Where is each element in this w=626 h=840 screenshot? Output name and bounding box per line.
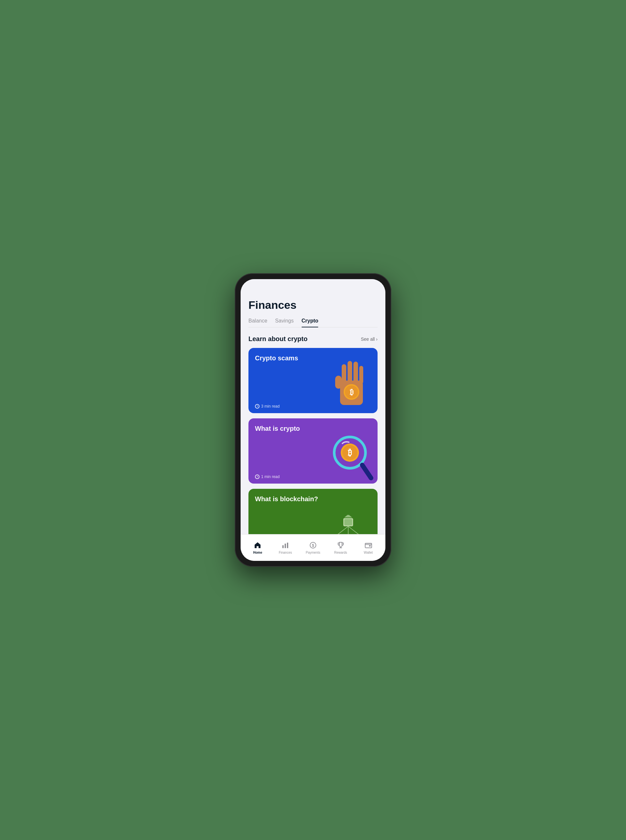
bottom-navigation: Home Finances $ <box>241 534 385 561</box>
svg-rect-5 <box>335 375 342 389</box>
svg-text:$: $ <box>312 543 314 548</box>
cards-container: Crypto scams <box>241 348 385 534</box>
nav-item-rewards[interactable]: Rewards <box>331 541 351 554</box>
content-area: Finances Balance Savings Crypto Learn ab <box>241 294 385 534</box>
section-title: Learn about crypto <box>249 335 307 343</box>
svg-rect-4 <box>359 366 363 384</box>
svg-rect-2 <box>347 361 352 383</box>
card-read-time-1: 3 min read <box>255 404 280 408</box>
hand-bitcoin-illustration: ₿ <box>332 358 371 410</box>
phone-screen: Finances Balance Savings Crypto Learn ab <box>241 279 385 561</box>
tab-bar: Balance Savings Crypto <box>249 318 377 327</box>
wallet-icon <box>364 541 372 549</box>
nav-label-payments: Payments <box>306 551 320 554</box>
nav-item-payments[interactable]: $ Payments <box>303 541 323 554</box>
svg-rect-1 <box>342 364 346 384</box>
svg-rect-26 <box>282 545 284 548</box>
nav-label-wallet: Wallet <box>364 551 372 554</box>
svg-rect-3 <box>354 361 358 383</box>
svg-rect-16 <box>344 519 352 525</box>
blockchain-illustration <box>326 515 371 534</box>
card-title-what-is-crypto: What is crypto <box>255 425 300 432</box>
svg-line-19 <box>348 526 363 534</box>
nav-item-finances[interactable]: Finances <box>275 541 295 554</box>
bar-chart-icon <box>281 541 290 549</box>
tab-balance[interactable]: Balance <box>249 318 268 327</box>
section-header: Learn about crypto See all › <box>241 335 385 348</box>
svg-line-17 <box>333 526 348 534</box>
nav-label-rewards: Rewards <box>334 551 347 554</box>
card-what-is-crypto[interactable]: What is crypto ₿ <box>249 418 377 483</box>
clock-icon-2 <box>255 474 260 479</box>
dollar-icon: $ <box>309 541 317 549</box>
clock-icon-1 <box>255 404 260 408</box>
header: Finances Balance Savings Crypto <box>241 294 385 335</box>
status-bar <box>241 279 385 294</box>
card-title-crypto-scams: Crypto scams <box>255 355 298 362</box>
card-crypto-scams[interactable]: Crypto scams <box>249 348 377 413</box>
tab-savings[interactable]: Savings <box>275 318 294 327</box>
svg-rect-28 <box>287 543 288 548</box>
nav-item-home[interactable]: Home <box>248 541 268 554</box>
home-icon <box>254 541 262 549</box>
phone-frame: Finances Balance Savings Crypto Learn ab <box>235 273 391 567</box>
svg-rect-35 <box>369 545 371 546</box>
nav-label-finances: Finances <box>279 551 292 554</box>
magnifier-bitcoin-illustration: ₿ <box>329 430 374 482</box>
tab-crypto[interactable]: Crypto <box>302 318 319 327</box>
card-what-is-blockchain[interactable]: What is blockchain? <box>249 489 377 534</box>
card-title-what-is-blockchain: What is blockchain? <box>255 495 318 503</box>
see-all-button[interactable]: See all › <box>361 336 377 342</box>
svg-text:₿: ₿ <box>348 448 352 457</box>
trophy-icon <box>336 541 345 549</box>
nav-item-wallet[interactable]: Wallet <box>358 541 378 554</box>
svg-rect-27 <box>285 544 286 548</box>
page-title: Finances <box>249 299 377 311</box>
card-read-time-2: 1 min read <box>255 474 280 479</box>
svg-line-14 <box>362 465 371 478</box>
nav-label-home: Home <box>253 551 262 554</box>
svg-text:₿: ₿ <box>350 388 354 396</box>
